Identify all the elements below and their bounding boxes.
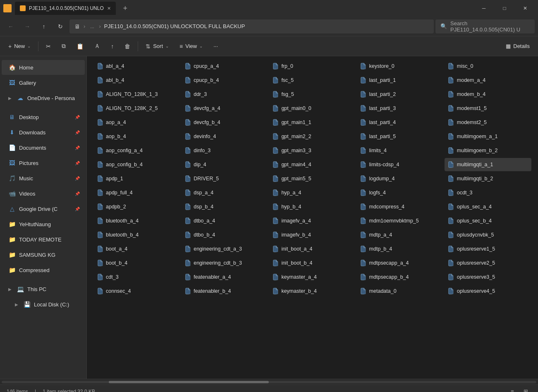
- list-item[interactable]: bluetooth_a_4: [93, 214, 180, 227]
- list-item[interactable]: aop_config_a_4: [93, 144, 180, 157]
- list-item[interactable]: multiimgoem_b_2: [445, 144, 531, 157]
- list-item[interactable]: last_parti_5: [357, 130, 444, 143]
- list-item[interactable]: frp_0: [269, 60, 356, 73]
- list-item[interactable]: limits_4: [357, 144, 444, 157]
- list-item[interactable]: gpt_main0_0: [269, 102, 356, 115]
- list-item[interactable]: multiimgqti_a_1: [445, 158, 531, 171]
- list-item[interactable]: init_boot_b_4: [269, 256, 356, 270]
- list-item[interactable]: cdt_3: [93, 270, 180, 284]
- list-item[interactable]: connsec_4: [93, 284, 180, 298]
- list-item[interactable]: ALIGN_TO_128K_1_3: [93, 88, 180, 101]
- list-item[interactable]: modem_b_4: [445, 88, 531, 101]
- list-item[interactable]: imagefv_b_4: [269, 228, 356, 241]
- list-item[interactable]: ocdt_3: [445, 186, 531, 199]
- list-item[interactable]: mdtp_b_4: [357, 242, 444, 256]
- list-item[interactable]: featenabler_a_4: [181, 270, 268, 284]
- list-view-toggle[interactable]: ≡: [507, 387, 518, 392]
- sidebar-item-this-pc[interactable]: ▶ 💻 This PC: [2, 282, 85, 296]
- list-item[interactable]: gpt_main5_5: [269, 172, 356, 185]
- sidebar-item-pictures[interactable]: 🖼 Pictures 📌: [2, 155, 85, 170]
- back-button[interactable]: ←: [3, 19, 18, 34]
- list-item[interactable]: gpt_main3_3: [269, 144, 356, 157]
- list-item[interactable]: mdm1oemnvbktmp_5: [357, 214, 444, 227]
- more-button[interactable]: ···: [208, 39, 223, 54]
- list-item[interactable]: aop_b_4: [93, 130, 180, 143]
- new-button[interactable]: + New ⌄: [3, 39, 36, 54]
- list-item[interactable]: mdcompress_4: [357, 200, 444, 213]
- list-item[interactable]: logfs_4: [357, 186, 444, 199]
- sidebar-item-gallery[interactable]: 🖼 Gallery: [2, 75, 85, 90]
- list-item[interactable]: keymaster_b_4: [269, 284, 356, 298]
- sidebar-item-compressed[interactable]: 📁 Compressed: [2, 263, 85, 277]
- list-item[interactable]: featenabler_b_4: [181, 284, 268, 298]
- list-item[interactable]: oplus_sec_a_4: [445, 200, 531, 213]
- view-button[interactable]: ≡ View ⌄: [175, 39, 208, 54]
- list-item[interactable]: engineering_cdt_b_3: [181, 256, 268, 270]
- list-item[interactable]: apdp_full_4: [93, 186, 180, 199]
- grid-view-toggle[interactable]: ⊞: [520, 387, 531, 392]
- list-item[interactable]: boot_b_4: [93, 256, 180, 270]
- list-item[interactable]: modemst1_5: [445, 102, 531, 115]
- list-item[interactable]: init_boot_a_4: [269, 242, 356, 256]
- sidebar-item-music[interactable]: 🎵 Music 📌: [2, 171, 85, 186]
- sidebar-item-desktop[interactable]: 🖥 Desktop 📌: [2, 110, 85, 124]
- list-item[interactable]: gpt_main2_2: [269, 130, 356, 143]
- list-item[interactable]: fsc_5: [269, 74, 356, 87]
- list-item[interactable]: abl_a_4: [93, 60, 180, 73]
- search-box[interactable]: 🔍 Search PJE110_14.0.0.505(CN01) U: [435, 19, 535, 33]
- list-item[interactable]: oplusreserve3_5: [445, 270, 531, 284]
- list-item[interactable]: mdtp_a_4: [357, 228, 444, 241]
- list-item[interactable]: dsp_a_4: [181, 186, 268, 199]
- list-item[interactable]: hyp_b_4: [269, 200, 356, 213]
- list-item[interactable]: cpucp_a_4: [181, 60, 268, 73]
- cut-button[interactable]: ✂: [41, 39, 56, 54]
- list-item[interactable]: metadata_0: [357, 284, 444, 298]
- titlebar-tab[interactable]: PJE110_14.0.0.505(CN01) UNLO ✕: [15, 2, 116, 15]
- list-item[interactable]: imagefv_a_4: [269, 214, 356, 227]
- details-button[interactable]: ▦ Details: [501, 39, 535, 54]
- sidebar-item-yehtutnaung[interactable]: 📁 YeHtutNaung: [2, 217, 85, 232]
- address-more[interactable]: ...: [88, 24, 96, 29]
- list-item[interactable]: limits-cdsp_4: [357, 158, 444, 171]
- sort-button[interactable]: ⇅ Sort ⌄: [141, 39, 174, 54]
- sidebar-item-gdrive[interactable]: △ Google Drive (C 📌: [2, 201, 85, 216]
- refresh-button[interactable]: ↻: [53, 19, 68, 34]
- list-item[interactable]: devinfo_4: [181, 130, 268, 143]
- list-item[interactable]: ALIGN_TO_128K_2_5: [93, 102, 180, 115]
- list-item[interactable]: cpucp_b_4: [181, 74, 268, 87]
- sidebar-item-documents[interactable]: 📄 Documents 📌: [2, 140, 85, 155]
- list-item[interactable]: fsg_5: [269, 88, 356, 101]
- list-item[interactable]: oplusreserve1_5: [445, 242, 531, 256]
- list-item[interactable]: dinfo_3: [181, 144, 268, 157]
- list-item[interactable]: aop_config_b_4: [93, 158, 180, 171]
- list-item[interactable]: keystore_0: [357, 60, 444, 73]
- list-item[interactable]: dip_4: [181, 158, 268, 171]
- list-item[interactable]: mdtpsecapp_a_4: [357, 256, 444, 270]
- list-item[interactable]: dsp_b_4: [181, 200, 268, 213]
- list-item[interactable]: boot_a_4: [93, 242, 180, 256]
- address-box[interactable]: 🖥 › ... › PJE110_14.0.0.505(CN01) UNLOCK…: [69, 19, 434, 33]
- copy-button[interactable]: ⧉: [57, 39, 71, 54]
- list-item[interactable]: last_parti_2: [357, 88, 444, 101]
- list-item[interactable]: gpt_main4_4: [269, 158, 356, 171]
- list-item[interactable]: multiimgqti_b_2: [445, 172, 531, 185]
- list-item[interactable]: mdtpsecapp_b_4: [357, 270, 444, 284]
- list-item[interactable]: dtbo_b_4: [181, 228, 268, 241]
- list-item[interactable]: abl_b_4: [93, 74, 180, 87]
- paste-button[interactable]: 📋: [72, 39, 88, 54]
- sidebar-item-downloads[interactable]: ⬇ Downloads 📌: [2, 125, 85, 140]
- scrollbar-area[interactable]: [0, 379, 538, 385]
- sidebar-item-local-disk[interactable]: ▶ 💾 Local Disk (C:): [2, 297, 85, 312]
- delete-button[interactable]: 🗑: [120, 39, 135, 54]
- list-item[interactable]: DRIVER_5: [181, 172, 268, 185]
- rename-button[interactable]: Ａ: [89, 39, 105, 54]
- list-item[interactable]: aop_a_4: [93, 116, 180, 129]
- list-item[interactable]: oplusreserve2_5: [445, 256, 531, 270]
- close-button[interactable]: ✕: [516, 2, 535, 14]
- list-item[interactable]: apdpb_2: [93, 200, 180, 213]
- list-item[interactable]: bluetooth_b_4: [93, 228, 180, 241]
- list-item[interactable]: last_parti_3: [357, 102, 444, 115]
- sidebar-item-onedrive[interactable]: ▶ ☁ OneDrive - Persona: [2, 91, 85, 105]
- list-item[interactable]: gpt_main1_1: [269, 116, 356, 129]
- sidebar-item-home[interactable]: 🏠 Home: [2, 60, 85, 75]
